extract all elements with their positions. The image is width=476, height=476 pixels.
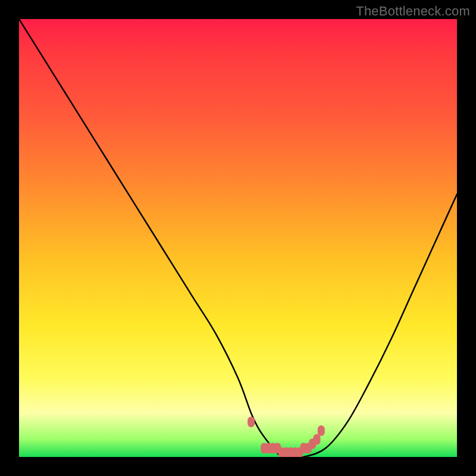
watermark-text: TheBottleneck.com	[356, 4, 470, 19]
plot-area	[18, 18, 458, 458]
plot-svg	[19, 19, 457, 457]
optimal-range-markers	[248, 416, 325, 457]
bottleneck-curve	[19, 19, 457, 457]
marker-pill	[318, 425, 325, 436]
marker-pill	[248, 416, 255, 427]
chart-frame: TheBottleneck.com	[0, 0, 476, 476]
marker-pill	[314, 434, 321, 445]
